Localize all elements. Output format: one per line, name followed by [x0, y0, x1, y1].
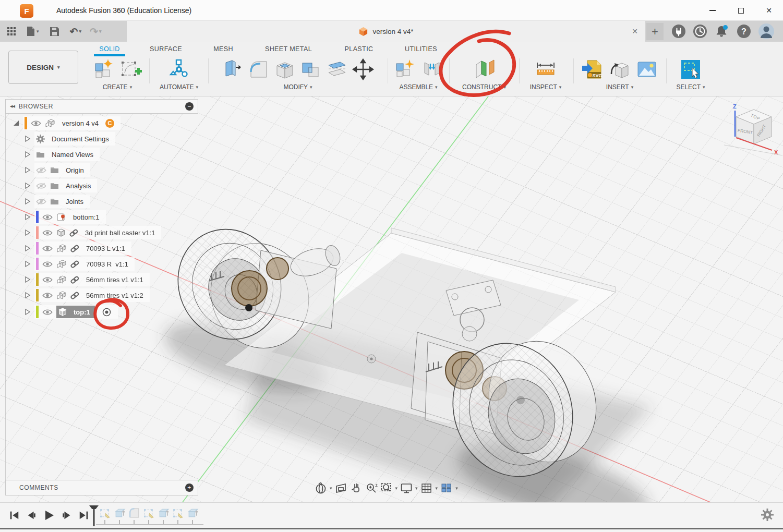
browser-row-document-settings[interactable]: Document Settings [24, 131, 115, 146]
close-button[interactable]: ✕ [755, 0, 783, 21]
create-sketch-icon[interactable] [119, 58, 142, 80]
fillet-icon[interactable] [248, 58, 270, 80]
timeline-feature-sketch[interactable] [172, 507, 184, 519]
timeline-feature-extrude[interactable] [158, 507, 170, 519]
user-avatar[interactable] [758, 23, 775, 40]
collapsed-arrow-icon[interactable] [24, 229, 31, 236]
viewports-icon[interactable] [440, 481, 453, 495]
undo-button[interactable]: ↶ ▾ [69, 25, 82, 39]
timeline-feature-extrude[interactable] [114, 507, 126, 519]
timeline-feature-sketch[interactable] [99, 507, 111, 519]
timeline-go-to-start-icon[interactable] [8, 510, 20, 521]
look-at-icon[interactable] [334, 481, 348, 495]
collapsed-arrow-icon[interactable] [24, 182, 31, 189]
collapsed-arrow-icon[interactable] [24, 166, 31, 174]
collapsed-arrow-icon[interactable] [24, 292, 31, 299]
collapse-all-icon[interactable]: − [185, 102, 194, 111]
timeline-play-icon[interactable] [43, 509, 55, 522]
press-pull-icon[interactable] [222, 58, 244, 80]
select-icon[interactable] [679, 58, 702, 80]
canvas-image-icon[interactable] [635, 58, 658, 80]
combine-icon[interactable] [300, 58, 322, 80]
inspect-dropdown[interactable]: INSPECT▾ [521, 83, 571, 91]
browser-row-analysis[interactable]: Analysis [24, 178, 97, 193]
timeline-settings-gear-icon[interactable] [761, 509, 774, 521]
display-settings-icon[interactable] [400, 481, 413, 495]
extensions-icon[interactable] [671, 24, 686, 39]
collapsed-arrow-icon[interactable] [24, 276, 31, 283]
visibility-off-eye-icon[interactable] [36, 183, 46, 189]
collapsed-arrow-icon[interactable] [24, 245, 31, 252]
visibility-eye-icon[interactable] [42, 292, 53, 299]
browser-row-joints[interactable]: Joints [24, 194, 90, 209]
select-dropdown[interactable]: SELECT▾ [669, 83, 713, 91]
timeline-feature-sketch[interactable] [143, 507, 155, 519]
save-button[interactable] [49, 26, 61, 38]
assemble-dropdown[interactable]: ASSEMBLE▾ [390, 83, 447, 91]
construct-dropdown[interactable]: CONSTRUCT▾ [452, 83, 516, 91]
fit-icon[interactable] [380, 481, 393, 495]
browser-row-bottom1[interactable]: bottom:1 [24, 210, 106, 224]
automate-icon[interactable] [167, 58, 190, 80]
expanded-arrow-icon[interactable] [13, 119, 20, 127]
construct-plane-icon[interactable] [472, 58, 496, 80]
view-cube[interactable]: TOP FRONT RIGHT Z X [724, 103, 783, 161]
zoom-icon[interactable]: ± [365, 481, 378, 495]
create-form-icon[interactable] [92, 58, 115, 80]
notifications-bell-icon[interactable] [714, 24, 730, 39]
tab-solid[interactable]: SOLID [94, 43, 125, 55]
browser-row-56mm-tires-2[interactable]: 56mm tires v1 v1:2 [24, 288, 150, 303]
visibility-eye-icon[interactable] [42, 245, 53, 252]
app-grid-button[interactable] [5, 25, 18, 38]
move-icon[interactable] [352, 58, 374, 80]
visibility-eye-icon[interactable] [42, 261, 53, 268]
create-dropdown[interactable]: CREATE▾ [89, 83, 146, 91]
timeline-step-back-icon[interactable] [26, 510, 37, 521]
comments-panel-header[interactable]: COMMENTS + [5, 480, 198, 495]
insert-dropdown[interactable]: INSERT▾ [576, 83, 664, 91]
browser-row-70093-L[interactable]: 70093 L v1:1 [24, 241, 131, 256]
timeline-feature-extrude[interactable] [187, 507, 199, 519]
joint-icon[interactable] [420, 58, 443, 80]
browser-row-root[interactable]: version 4 v4 C [13, 116, 121, 130]
visibility-off-eye-icon[interactable] [36, 198, 46, 205]
activate-component-radio[interactable] [102, 307, 112, 317]
browser-row-56mm-tires-1[interactable]: 56mm tires v1 v1:1 [24, 272, 150, 287]
browser-row-ball-caster[interactable]: 3d print ball caster v1:1 [24, 225, 161, 240]
browser-row-origin[interactable]: Origin [24, 163, 90, 177]
collapsed-arrow-icon[interactable] [24, 213, 31, 221]
grid-icon[interactable] [420, 481, 433, 495]
orbit-icon[interactable] [314, 481, 328, 495]
shell-icon[interactable] [274, 58, 296, 80]
minimize-button[interactable] [698, 0, 727, 21]
visibility-eye-icon[interactable] [31, 120, 41, 127]
measure-icon[interactable] [534, 58, 557, 80]
new-component-icon[interactable] [393, 58, 416, 80]
document-tab[interactable]: version 4 v4* ✕ [127, 21, 645, 42]
browser-row-named-views[interactable]: Named Views [24, 147, 100, 162]
timeline-track[interactable] [96, 524, 203, 525]
new-tab-button[interactable]: + [646, 23, 664, 40]
timeline-playhead[interactable] [89, 505, 99, 526]
document-tab-close-icon[interactable]: ✕ [632, 21, 638, 42]
collapse-panel-icon[interactable]: ◀◀ [10, 104, 15, 108]
visibility-eye-icon[interactable] [42, 229, 53, 236]
browser-row-70093-R[interactable]: 70093 R v1:1 [24, 257, 135, 271]
collapsed-arrow-icon[interactable] [24, 260, 31, 268]
pan-icon[interactable] [350, 481, 363, 495]
tab-mesh[interactable]: MESH [210, 43, 237, 55]
browser-panel-header[interactable]: ◀◀ BROWSER − [5, 99, 198, 114]
browser-row-top1[interactable]: top:1 [24, 305, 118, 319]
design-workspace-selector[interactable]: DESIGN▾ [8, 51, 78, 84]
visibility-off-eye-icon[interactable] [36, 167, 46, 174]
tab-sheet-metal[interactable]: SHEET METAL [261, 43, 316, 55]
timeline-go-to-end-icon[interactable] [78, 510, 90, 521]
modify-dropdown[interactable]: MODIFY▾ [211, 83, 385, 91]
maximize-button[interactable] [727, 0, 755, 21]
job-status-clock-icon[interactable] [693, 24, 707, 39]
add-comment-icon[interactable]: + [185, 483, 194, 492]
tab-plastic[interactable]: PLASTIC [341, 43, 377, 55]
tab-surface[interactable]: SURFACE [144, 43, 188, 55]
timeline-step-forward-icon[interactable] [61, 510, 73, 521]
redo-button[interactable]: ↷ ▾ [89, 25, 102, 39]
